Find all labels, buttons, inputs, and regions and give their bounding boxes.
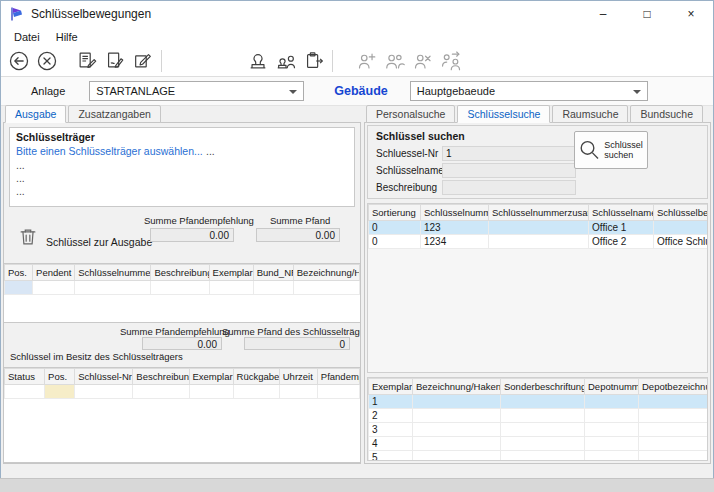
- column-header[interactable]: Schlüsselbeschreib: [654, 205, 709, 221]
- table-cell[interactable]: [279, 385, 317, 399]
- column-header[interactable]: Pendent: [33, 265, 75, 281]
- close-button[interactable]: ×: [669, 1, 713, 27]
- table-cell[interactable]: [413, 423, 501, 437]
- table-cell[interactable]: [413, 409, 501, 423]
- table-cell[interactable]: [501, 395, 585, 409]
- table-cell[interactable]: Office 2: [589, 235, 654, 249]
- table-cell[interactable]: [317, 385, 359, 399]
- tab-bundsuche[interactable]: Bundsuche: [630, 105, 703, 123]
- table-row[interactable]: 0123Office 1: [369, 221, 709, 235]
- table-cell[interactable]: [585, 451, 639, 462]
- table-cell[interactable]: [585, 409, 639, 423]
- table-cell[interactable]: [501, 409, 585, 423]
- column-header[interactable]: Schlüsselnummer: [75, 265, 151, 281]
- column-header[interactable]: Rückgabe: [233, 369, 279, 385]
- anlage-select[interactable]: STARTANLAGE: [89, 81, 304, 101]
- table-row[interactable]: 5: [369, 451, 709, 462]
- table-cell[interactable]: [233, 385, 279, 399]
- table-cell[interactable]: [585, 437, 639, 451]
- add-users-button[interactable]: [353, 48, 381, 74]
- column-header[interactable]: Bezeichnung/Haken: [293, 265, 359, 281]
- column-header[interactable]: Schlüsselname: [589, 205, 654, 221]
- menu-hilfe[interactable]: Hilfe: [48, 29, 86, 45]
- table-cell[interactable]: 123: [421, 221, 489, 235]
- schluessel-nr-input[interactable]: [442, 146, 576, 161]
- table-row[interactable]: [5, 385, 360, 399]
- column-header[interactable]: Exemplar: [369, 379, 413, 395]
- table-cell[interactable]: [639, 451, 709, 462]
- column-header[interactable]: Beschreibung: [151, 265, 209, 281]
- table-cell[interactable]: [501, 437, 585, 451]
- column-header[interactable]: Pos.: [45, 369, 75, 385]
- menu-datei[interactable]: Datei: [6, 29, 48, 45]
- minimize-button[interactable]: –: [581, 1, 625, 27]
- table-cell[interactable]: 0: [369, 235, 421, 249]
- ink-pad-user-button[interactable]: [272, 48, 300, 74]
- column-header[interactable]: Pfandempf: [317, 369, 359, 385]
- column-header[interactable]: Sonderbeschriftung: [501, 379, 585, 395]
- table-cell[interactable]: 4: [369, 437, 413, 451]
- table-cell[interactable]: [253, 281, 293, 295]
- table-row[interactable]: 4: [369, 437, 709, 451]
- table-cell[interactable]: [413, 437, 501, 451]
- column-header[interactable]: Beschreibun: [133, 369, 189, 385]
- table-cell[interactable]: [654, 221, 709, 235]
- column-header[interactable]: Depotnummer: [585, 379, 639, 395]
- cancel-button[interactable]: [33, 48, 61, 74]
- column-header[interactable]: Bund_NR: [253, 265, 293, 281]
- table-cell[interactable]: [501, 451, 585, 462]
- column-header[interactable]: Schlüsselnummerzusatz: [489, 205, 589, 221]
- table-cell[interactable]: [5, 385, 45, 399]
- tab-personalsuche[interactable]: Personalsuche: [366, 105, 455, 123]
- table-row[interactable]: [5, 281, 360, 295]
- table-row[interactable]: 3: [369, 423, 709, 437]
- column-header[interactable]: Pos.: [5, 265, 33, 281]
- column-header[interactable]: Exemplar: [209, 265, 253, 281]
- users-button[interactable]: [381, 48, 409, 74]
- table-cell[interactable]: [33, 281, 75, 295]
- column-header[interactable]: Sortierung: [369, 205, 421, 221]
- table-cell[interactable]: [413, 395, 501, 409]
- beschreibung-input[interactable]: [442, 180, 576, 195]
- table-cell[interactable]: [489, 235, 589, 249]
- table-cell[interactable]: [639, 423, 709, 437]
- maximize-button[interactable]: □: [625, 1, 669, 27]
- table-cell[interactable]: [5, 281, 33, 295]
- table-row[interactable]: 1: [369, 395, 709, 409]
- column-header[interactable]: Schlüsselnummer: [421, 205, 489, 221]
- table-cell[interactable]: [501, 423, 585, 437]
- table-cell[interactable]: 1: [369, 395, 413, 409]
- table-cell[interactable]: [639, 437, 709, 451]
- tab-schlüsselsuche[interactable]: Schlüsselsuche: [457, 105, 550, 123]
- table-cell[interactable]: [209, 281, 253, 295]
- back-button[interactable]: [5, 48, 33, 74]
- table-cell[interactable]: [293, 281, 359, 295]
- table-cell[interactable]: [151, 281, 209, 295]
- gebaeude-select[interactable]: Hauptgebaeude: [410, 81, 648, 101]
- schl-sselname-input[interactable]: [442, 163, 576, 178]
- table-cell[interactable]: [639, 395, 709, 409]
- table-cell[interactable]: Office Schluessel 2: [654, 235, 709, 249]
- tab-ausgabe[interactable]: Ausgabe: [5, 105, 66, 123]
- table-cell[interactable]: Office 1: [589, 221, 654, 235]
- column-header[interactable]: Exemplar: [189, 369, 233, 385]
- column-header[interactable]: Depotbezeichnung: [639, 379, 709, 395]
- table-cell[interactable]: [639, 409, 709, 423]
- table-cell[interactable]: [413, 451, 501, 462]
- table-cell[interactable]: 1234: [421, 235, 489, 249]
- column-header[interactable]: Schlüssel-Nr: [75, 369, 133, 385]
- schluessel-suchen-button[interactable]: Schlüssel suchen: [574, 131, 648, 169]
- table-cell[interactable]: [133, 385, 189, 399]
- column-header[interactable]: Uhrzeit: [279, 369, 317, 385]
- tab-zusatzangaben[interactable]: Zusatzangaben: [68, 105, 160, 123]
- table-cell[interactable]: [45, 385, 75, 399]
- table-cell[interactable]: 5: [369, 451, 413, 462]
- table-cell[interactable]: [489, 221, 589, 235]
- sign-document-button[interactable]: [101, 48, 129, 74]
- table-cell[interactable]: [189, 385, 233, 399]
- tab-raumsuche[interactable]: Raumsuche: [552, 105, 628, 123]
- swap-users-button[interactable]: [437, 48, 465, 74]
- table-cell[interactable]: 0: [369, 221, 421, 235]
- ink-pad-button[interactable]: [244, 48, 272, 74]
- table-row[interactable]: 2: [369, 409, 709, 423]
